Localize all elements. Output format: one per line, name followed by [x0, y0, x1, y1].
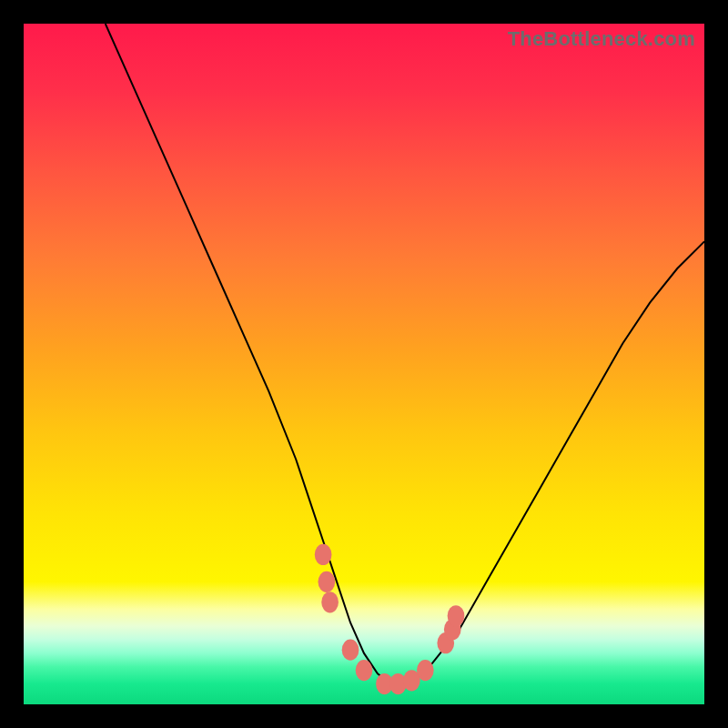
curve-marker — [342, 640, 359, 661]
curve-marker — [321, 592, 339, 612]
plot-area: TheBottleneck.com — [24, 24, 704, 704]
curve-layer — [24, 24, 704, 704]
watermark-label: TheBottleneck.com — [508, 27, 695, 51]
bottleneck-curve — [106, 24, 704, 684]
curve-marker — [448, 605, 465, 626]
curve-marker — [356, 660, 373, 681]
curve-marker — [315, 544, 332, 565]
curve-marker — [417, 660, 434, 681]
curve-markers — [315, 544, 465, 694]
chart-frame: TheBottleneck.com — [0, 0, 728, 728]
curve-marker — [318, 571, 336, 592]
